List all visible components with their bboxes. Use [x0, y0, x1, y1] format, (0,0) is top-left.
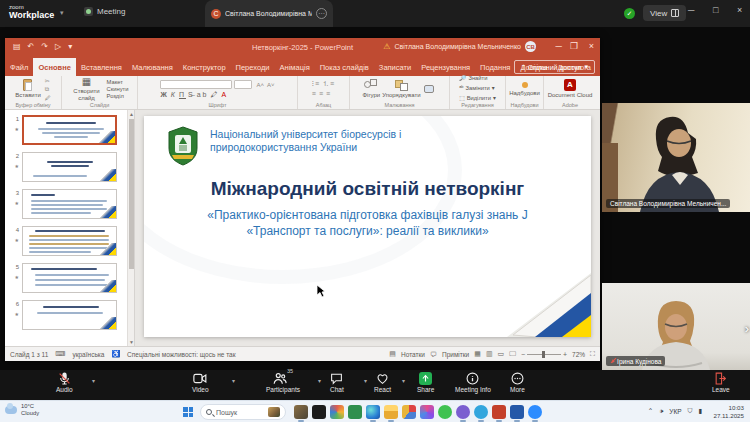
account-avatar[interactable]: СВ [525, 41, 536, 52]
tab-meeting[interactable]: Meeting [84, 7, 125, 16]
scroll-down-icon[interactable]: ▼ [128, 338, 135, 346]
speaker-icon[interactable]: 🕩 [659, 407, 663, 415]
thumbnail-scrollbar[interactable]: ▲ ▼ [127, 110, 134, 346]
zoom-slider[interactable]: −+ [521, 351, 567, 358]
taskbar-icon-green-app[interactable] [348, 405, 362, 419]
slide-thumbnail-5[interactable] [22, 263, 117, 293]
share-access-button[interactable]: ⤴ Спільний доступ ▾ [514, 60, 595, 74]
new-slide-button[interactable]: ▦ Створити слайд [71, 76, 103, 102]
font-size-box[interactable] [234, 80, 252, 89]
system-tray[interactable]: ⌃ 🕩 УКР ⛉ ▮ [648, 407, 702, 415]
tab-insert[interactable]: Вставлення [76, 58, 127, 76]
chat-button[interactable]: Chat [330, 372, 344, 393]
arrange-button[interactable]: Упорядкувати [382, 79, 420, 99]
ppt-close-button[interactable]: × [589, 42, 594, 51]
taskbar-icon-telegram[interactable] [474, 405, 488, 419]
addins-button[interactable]: Надбудови [509, 82, 540, 97]
taskbar-icon-edge-browser[interactable] [366, 405, 380, 419]
reading-view-icon[interactable]: ▭ [498, 350, 505, 358]
audio-button[interactable]: Audio [56, 372, 73, 393]
spellcheck-icon[interactable]: ⌨ [55, 350, 65, 358]
normal-view-icon[interactable]: ▦ [474, 350, 481, 358]
minimize-button[interactable]: ─ [688, 6, 694, 15]
tab-file[interactable]: Файл [5, 58, 33, 76]
taskbar-icon-powerpoint[interactable] [492, 405, 506, 419]
video-options-icon[interactable]: ▾ [232, 377, 235, 384]
wifi-icon[interactable]: ⛉ [688, 407, 693, 415]
video-tile-bottom[interactable]: 🕨 Ірина Кудінова › [602, 283, 750, 370]
grow-font-icon[interactable]: A˄ [256, 82, 264, 88]
tab-transitions[interactable]: Переходи [231, 58, 275, 76]
taskbar-icon-files-app[interactable] [312, 405, 326, 419]
close-button[interactable]: × [737, 6, 742, 15]
meeting-info-button[interactable]: Meeting Info [455, 372, 491, 393]
comments-toggle[interactable]: Примітки [442, 351, 469, 358]
slideshow-view-icon[interactable]: 🖵 [509, 350, 516, 358]
video-button[interactable]: Video [192, 372, 209, 393]
hidden-icons-chevron-icon[interactable]: ⌃ [648, 407, 653, 415]
tab-animations[interactable]: Анімація [275, 58, 315, 76]
slide-thumbnail-4[interactable] [22, 226, 117, 256]
copy-icon[interactable]: ⧉ [45, 86, 51, 93]
tab-active-participant[interactable]: C Світлана Володимирівна Мель... ⋯ [205, 0, 333, 27]
section-button[interactable]: Розділ [107, 93, 124, 99]
taskbar-icon-photo-viewer[interactable] [294, 405, 308, 419]
slide-thumbnail-3[interactable] [22, 189, 117, 219]
strikethrough-button[interactable]: S̶ [188, 91, 195, 98]
taskbar-icon-paint-app[interactable] [402, 405, 416, 419]
tab-record[interactable]: Записати [374, 58, 416, 76]
zoom-percentage[interactable]: 72% [572, 351, 585, 358]
taskbar-clock[interactable]: 10:03 27.11.2025 [713, 404, 744, 420]
italic-button[interactable]: К [171, 91, 177, 98]
notes-toggle[interactable]: Нотатки [401, 351, 425, 358]
taskbar-icon-photos-app[interactable] [330, 405, 344, 419]
current-slide[interactable]: Національний університет біоресурсів і п… [144, 116, 591, 337]
ppt-restore-button[interactable]: ❐ [570, 42, 578, 51]
share-button[interactable]: Share [417, 372, 434, 393]
tab-slideshow[interactable]: Показ слайдів [315, 58, 374, 76]
taskbar-icon-viber[interactable] [456, 405, 470, 419]
layout-button[interactable]: Макет [107, 79, 123, 85]
sorter-view-icon[interactable]: ▥ [486, 350, 493, 358]
audio-options-icon[interactable]: ▾ [92, 377, 95, 384]
shadow-button[interactable]: ab [197, 91, 209, 98]
tab-view[interactable]: Подання [475, 58, 515, 76]
font-color-button[interactable]: А [221, 91, 228, 98]
maximize-button[interactable]: □ [713, 6, 718, 15]
taskbar-icon-browser-swirl-app[interactable] [420, 405, 434, 419]
bullets-icon[interactable]: ⁝≡ [312, 80, 320, 88]
taskbar-icon-whatsapp[interactable] [438, 405, 452, 419]
leave-button[interactable]: Leave [712, 372, 730, 393]
slide-thumbnail-6[interactable] [22, 300, 117, 330]
bold-button[interactable]: Ж [160, 91, 168, 98]
paste-button[interactable]: Вставити [15, 79, 41, 99]
format-painter-icon[interactable]: 🖉 [45, 95, 51, 101]
numbering-icon[interactable]: ⒈≡ [322, 80, 335, 88]
align-center-icon[interactable]: ≡ [319, 90, 324, 98]
react-options-icon[interactable]: ▾ [402, 377, 405, 384]
reset-button[interactable]: Скинути [107, 86, 129, 92]
align-left-icon[interactable]: ≡ [312, 90, 317, 98]
underline-button[interactable]: П [179, 91, 186, 98]
chevron-down-icon[interactable]: ▾ [60, 9, 64, 17]
shrink-font-icon[interactable]: A˅ [267, 82, 275, 88]
fit-slide-icon[interactable]: ⛶ [590, 350, 595, 358]
react-button[interactable]: React [374, 372, 391, 393]
quick-styles-button[interactable] [422, 83, 436, 96]
start-button[interactable] [183, 407, 193, 417]
ppt-minimize-button[interactable]: ─ [556, 42, 562, 51]
taskbar-search[interactable]: Пошук [200, 404, 286, 420]
slide-thumbnail-1[interactable] [22, 115, 117, 145]
tab-more-icon[interactable]: ⋯ [316, 8, 327, 19]
taskbar-icon-word[interactable] [510, 405, 524, 419]
battery-icon[interactable]: ▮ [698, 407, 702, 415]
video-tile-top[interactable]: Світлана Володимирівна Мельничен... [602, 103, 750, 212]
shapes-button[interactable]: Фігури [363, 79, 381, 99]
tab-design[interactable]: Конструктор [178, 58, 231, 76]
view-button[interactable]: View [643, 5, 686, 21]
tab-review[interactable]: Рецензування [416, 58, 475, 76]
document-cloud-button[interactable]: A Document Cloud [548, 79, 593, 99]
cut-icon[interactable]: ✂ [45, 77, 51, 84]
taskbar-icon-file-explorer[interactable] [384, 405, 398, 419]
find-button[interactable]: 🔎 Знайти [459, 75, 496, 83]
